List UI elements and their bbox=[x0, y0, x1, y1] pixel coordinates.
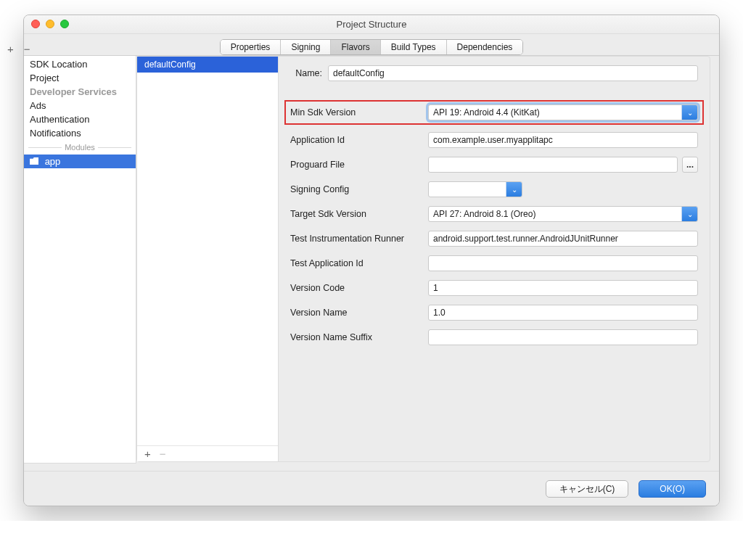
row-target-sdk: Target Sdk Version API 27: Android 8.1 (… bbox=[290, 205, 698, 223]
project-structure-window: Project Structure + − Properties Signing… bbox=[23, 15, 720, 506]
flavor-list-tools: + − bbox=[137, 445, 278, 461]
version-name-field[interactable]: 1.0 bbox=[428, 305, 698, 321]
chevron-down-icon: ⌄ bbox=[681, 207, 697, 221]
dialog-body: SDK Location Project Developer Services … bbox=[24, 56, 719, 471]
tab-build-types[interactable]: Build Types bbox=[381, 40, 447, 54]
sidebar-item-project[interactable]: Project bbox=[24, 71, 136, 85]
flavor-form: Name: defaultConfig Min Sdk Version API … bbox=[279, 57, 710, 461]
sidebar-module-label: app bbox=[45, 156, 61, 167]
sidebar: SDK Location Project Developer Services … bbox=[24, 56, 136, 464]
row-proguard: Proguard File ... bbox=[290, 155, 698, 174]
flavor-item-defaultconfig[interactable]: defaultConfig bbox=[137, 57, 278, 73]
proguard-browse-button[interactable]: ... bbox=[682, 157, 698, 173]
ok-button[interactable]: OK(O) bbox=[639, 480, 706, 498]
svg-marker-0 bbox=[30, 157, 38, 165]
chevron-down-icon: ⌄ bbox=[506, 182, 522, 197]
row-version-name: Version Name 1.0 bbox=[290, 303, 698, 322]
flavor-list: defaultConfig + − bbox=[137, 57, 279, 461]
tab-segmented-control: Properties Signing Flavors Build Types D… bbox=[220, 39, 524, 55]
window-title: Project Structure bbox=[24, 15, 719, 34]
folder-icon bbox=[30, 157, 39, 165]
row-version-code: Version Code 1 bbox=[290, 279, 698, 297]
sidebar-module-app[interactable]: app bbox=[24, 155, 136, 168]
label-signing-config: Signing Config bbox=[290, 184, 428, 194]
version-suffix-field[interactable] bbox=[428, 329, 698, 345]
sidebar-item-ads[interactable]: Ads bbox=[24, 99, 136, 112]
flavor-list-items: defaultConfig bbox=[137, 57, 278, 445]
row-test-runner: Test Instrumentation Runner android.supp… bbox=[290, 229, 698, 248]
dialog-footer: キャンセル(C) OK(O) bbox=[24, 471, 719, 506]
titlebar: Project Structure bbox=[24, 15, 719, 34]
row-signing-config: Signing Config ⌄ bbox=[290, 180, 698, 199]
tab-bar: + − Properties Signing Flavors Build Typ… bbox=[24, 34, 719, 56]
chevron-down-icon: ⌄ bbox=[681, 105, 697, 120]
min-sdk-value: API 19: Android 4.4 (KitKat) bbox=[429, 105, 681, 120]
label-proguard: Proguard File bbox=[290, 160, 428, 170]
row-test-app-id: Test Application Id bbox=[290, 254, 698, 273]
signing-config-value bbox=[429, 182, 506, 197]
sidebar-item-authentication[interactable]: Authentication bbox=[24, 112, 136, 126]
tab-dependencies[interactable]: Dependencies bbox=[447, 40, 523, 54]
tab-flavors[interactable]: Flavors bbox=[331, 40, 380, 54]
row-name: Name: defaultConfig bbox=[290, 64, 698, 83]
signing-config-combo[interactable]: ⌄ bbox=[428, 181, 522, 197]
flavor-add-button[interactable]: + bbox=[144, 448, 151, 460]
right-area: defaultConfig + − Name: defaultConfig Mi… bbox=[136, 56, 719, 471]
minimize-icon[interactable] bbox=[46, 20, 54, 28]
target-sdk-value: API 27: Android 8.1 (Oreo) bbox=[429, 207, 681, 221]
tab-properties[interactable]: Properties bbox=[221, 40, 282, 54]
sidebar-item-notifications[interactable]: Notifications bbox=[24, 126, 136, 140]
flavor-remove-button[interactable]: − bbox=[160, 448, 166, 460]
tab-signing[interactable]: Signing bbox=[281, 40, 331, 54]
sidebar-modules-divider: Modules bbox=[24, 143, 136, 152]
sidebar-remove-button[interactable]: − bbox=[24, 43, 30, 55]
flavors-panel: defaultConfig + − Name: defaultConfig Mi… bbox=[136, 56, 710, 462]
close-icon[interactable] bbox=[31, 20, 40, 28]
cancel-button[interactable]: キャンセル(C) bbox=[546, 480, 629, 498]
label-app-id: Application Id bbox=[290, 135, 428, 145]
test-runner-field[interactable]: android.support.test.runner.AndroidJUnit… bbox=[428, 231, 698, 247]
name-field[interactable]: defaultConfig bbox=[328, 65, 698, 81]
min-sdk-combo[interactable]: API 19: Android 4.4 (KitKat) ⌄ bbox=[428, 104, 698, 120]
label-name: Name: bbox=[290, 68, 328, 78]
label-test-runner: Test Instrumentation Runner bbox=[290, 234, 428, 244]
target-sdk-combo[interactable]: API 27: Android 8.1 (Oreo) ⌄ bbox=[428, 206, 698, 222]
label-target-sdk: Target Sdk Version bbox=[290, 209, 428, 219]
row-version-suffix: Version Name Suffix bbox=[290, 328, 698, 347]
proguard-field[interactable] bbox=[428, 157, 678, 173]
traffic-lights bbox=[31, 20, 69, 28]
version-code-field[interactable]: 1 bbox=[428, 280, 698, 296]
zoom-icon[interactable] bbox=[60, 20, 69, 28]
app-id-field[interactable]: com.example.user.myapplitapc bbox=[428, 132, 698, 148]
row-min-sdk: Min Sdk Version API 19: Android 4.4 (Kit… bbox=[284, 100, 704, 125]
label-version-suffix: Version Name Suffix bbox=[290, 332, 428, 342]
label-version-code: Version Code bbox=[290, 283, 428, 293]
label-test-app-id: Test Application Id bbox=[290, 258, 428, 268]
sidebar-item-sdk-location[interactable]: SDK Location bbox=[24, 57, 136, 71]
label-version-name: Version Name bbox=[290, 308, 428, 318]
sidebar-header-developer-services: Developer Services bbox=[24, 85, 136, 99]
sidebar-tree: SDK Location Project Developer Services … bbox=[24, 56, 136, 463]
label-min-sdk: Min Sdk Version bbox=[290, 107, 428, 118]
row-app-id: Application Id com.example.user.myapplit… bbox=[290, 131, 698, 149]
test-app-id-field[interactable] bbox=[428, 255, 698, 271]
